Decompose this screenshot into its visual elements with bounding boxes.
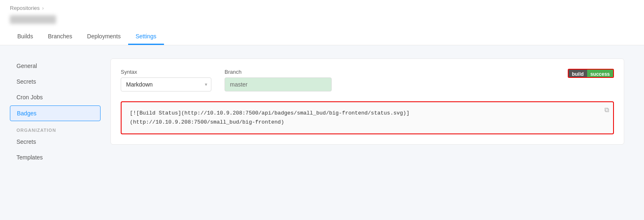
- repo-name: big-frontend: [10, 13, 634, 29]
- code-box-wrapper: [![Build Status](http://10.10.9.208:7500…: [121, 101, 614, 134]
- sidebar-item-templates[interactable]: Templates: [10, 150, 101, 165]
- breadcrumb-chevron-icon: ›: [42, 5, 44, 11]
- tab-builds[interactable]: Builds: [10, 29, 40, 45]
- form-row: Syntax Markdown HTML Image URL ▾ Branch: [121, 69, 614, 91]
- org-section-label: ORGANIZATION: [10, 122, 101, 134]
- branch-group: Branch: [225, 69, 332, 91]
- badge-card: build success Syntax Markdown HTML Image…: [110, 59, 624, 145]
- sidebar-item-secrets[interactable]: Secrets: [10, 74, 101, 89]
- sidebar-item-org-secrets[interactable]: Secrets: [10, 134, 101, 149]
- branch-input[interactable]: [225, 77, 332, 91]
- sidebar-item-badges[interactable]: Badges: [10, 105, 101, 121]
- sidebar: General Secrets Cron Jobs Badges ORGANIZ…: [10, 59, 101, 205]
- main-content: build success Syntax Markdown HTML Image…: [101, 59, 634, 205]
- syntax-label: Syntax: [121, 69, 211, 75]
- sidebar-item-general[interactable]: General: [10, 59, 101, 73]
- badge-build-label: build: [569, 70, 587, 77]
- breadcrumb: Repositories ›: [10, 0, 634, 13]
- syntax-group: Syntax Markdown HTML Image URL ▾: [121, 69, 211, 91]
- tabs-row: Builds Branches Deployments Settings: [10, 29, 634, 45]
- copy-icon[interactable]: ⧉: [604, 106, 609, 114]
- tab-deployments[interactable]: Deployments: [80, 29, 128, 45]
- code-box: [![Build Status](http://10.10.9.208:7500…: [121, 101, 614, 134]
- branch-label: Branch: [225, 69, 332, 75]
- sidebar-item-cron-jobs[interactable]: Cron Jobs: [10, 90, 101, 105]
- tab-settings[interactable]: Settings: [128, 29, 164, 45]
- tab-branches[interactable]: Branches: [40, 29, 80, 45]
- page-body: General Secrets Cron Jobs Badges ORGANIZ…: [0, 45, 644, 218]
- badge-success-label: success: [587, 70, 613, 77]
- badge-preview: build success: [568, 69, 614, 78]
- breadcrumb-repositories[interactable]: Repositories: [10, 5, 40, 11]
- top-bar: Repositories › big-frontend Builds Branc…: [0, 0, 644, 45]
- syntax-select[interactable]: Markdown HTML Image URL: [121, 77, 211, 91]
- syntax-select-wrapper: Markdown HTML Image URL ▾: [121, 77, 211, 91]
